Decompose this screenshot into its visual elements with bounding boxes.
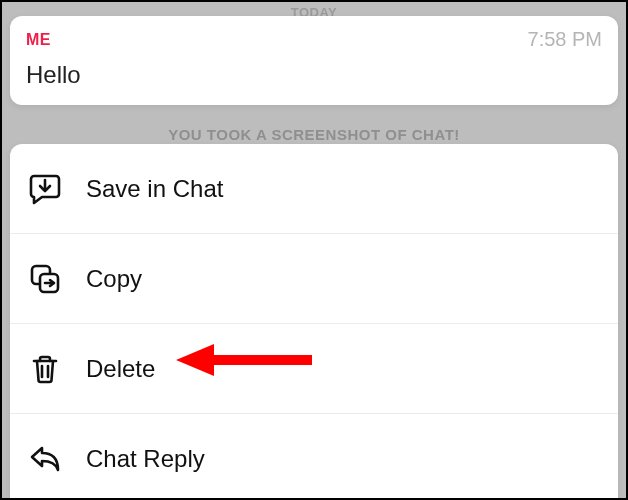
menu-item-label: Chat Reply [86, 445, 205, 473]
menu-item-chat-reply[interactable]: Chat Reply [10, 414, 618, 500]
menu-item-label: Copy [86, 265, 142, 293]
copy-icon [28, 262, 70, 296]
menu-item-copy[interactable]: Copy [10, 234, 618, 324]
menu-item-label: Delete [86, 355, 155, 383]
menu-item-label: Save in Chat [86, 175, 223, 203]
menu-item-save-in-chat[interactable]: Save in Chat [10, 144, 618, 234]
app-frame: TODAY ME 7:58 PM Hello YOU TOOK A SCREEN… [0, 0, 628, 500]
message-body: Hello [26, 61, 602, 89]
reply-icon [28, 442, 70, 476]
screenshot-notice: YOU TOOK A SCREENSHOT OF CHAT! [2, 126, 626, 143]
save-icon [28, 172, 70, 206]
trash-icon [28, 352, 70, 386]
timestamp-label: 7:58 PM [528, 28, 602, 51]
context-menu: Save in Chat Copy [10, 144, 618, 500]
menu-item-delete[interactable]: Delete [10, 324, 618, 414]
message-card[interactable]: ME 7:58 PM Hello [10, 16, 618, 105]
sender-label: ME [26, 31, 51, 49]
